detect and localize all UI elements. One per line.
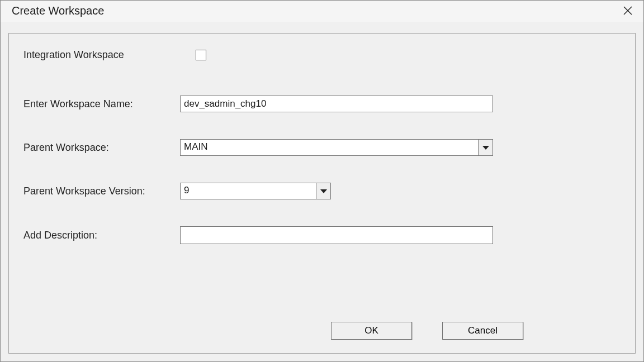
integration-row: Integration Workspace <box>23 49 613 61</box>
dropdown-arrow <box>478 140 493 155</box>
chevron-down-icon <box>320 189 327 193</box>
parent-workspace-dropdown[interactable]: MAIN <box>180 139 493 156</box>
parent-version-dropdown[interactable]: 9 <box>180 183 331 199</box>
dropdown-arrow <box>316 183 330 199</box>
close-icon <box>623 6 632 15</box>
parent-row: Parent Workspace: MAIN <box>23 139 613 156</box>
version-row: Parent Workspace Version: 9 <box>23 183 613 199</box>
chevron-down-icon <box>482 146 489 150</box>
name-row: Enter Workspace Name: <box>23 96 613 112</box>
workspace-name-input[interactable] <box>180 96 493 112</box>
cancel-button[interactable]: Cancel <box>442 322 523 340</box>
button-row: OK Cancel <box>331 322 523 340</box>
name-label: Enter Workspace Name: <box>23 98 180 110</box>
create-workspace-dialog: Create Workspace Integration Workspace E… <box>0 0 644 362</box>
description-row: Add Description: <box>23 226 613 244</box>
dialog-title: Create Workspace <box>12 4 104 17</box>
parent-version-value: 9 <box>181 183 316 199</box>
close-button[interactable] <box>621 4 634 17</box>
parent-workspace-value: MAIN <box>181 140 478 155</box>
ok-button[interactable]: OK <box>331 322 412 340</box>
integration-label: Integration Workspace <box>23 49 180 61</box>
svg-marker-3 <box>320 189 327 193</box>
parent-label: Parent Workspace: <box>23 142 180 154</box>
version-label: Parent Workspace Version: <box>23 185 180 197</box>
titlebar: Create Workspace <box>1 1 643 22</box>
integration-checkbox[interactable] <box>196 50 206 60</box>
form-panel: Integration Workspace Enter Workspace Na… <box>8 33 636 354</box>
description-input[interactable] <box>180 226 493 244</box>
svg-marker-2 <box>482 146 489 150</box>
description-label: Add Description: <box>23 230 180 241</box>
